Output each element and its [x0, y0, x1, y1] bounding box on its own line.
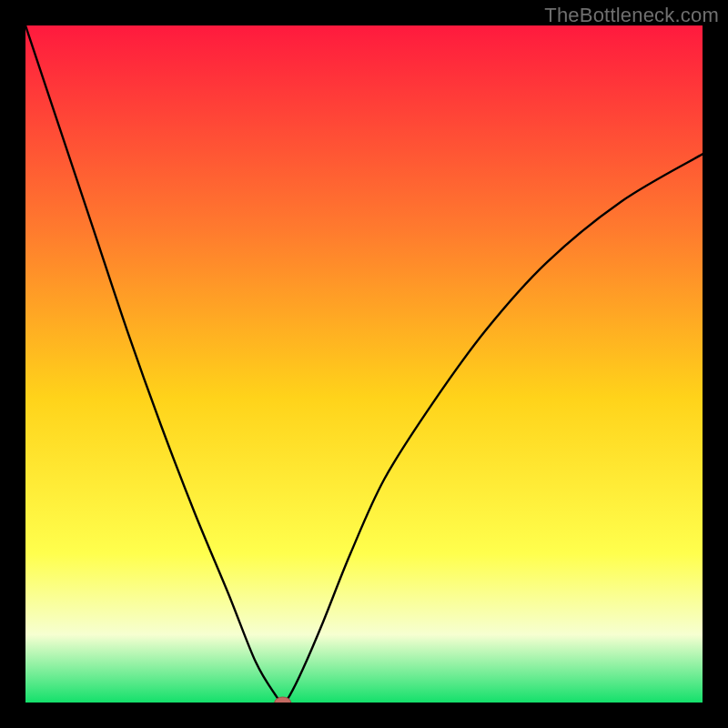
chart-frame: TheBottleneck.com [0, 0, 728, 728]
plot-area [25, 25, 703, 703]
gradient-background [25, 25, 703, 703]
chart-svg [25, 25, 703, 703]
watermark-text: TheBottleneck.com [544, 4, 719, 27]
